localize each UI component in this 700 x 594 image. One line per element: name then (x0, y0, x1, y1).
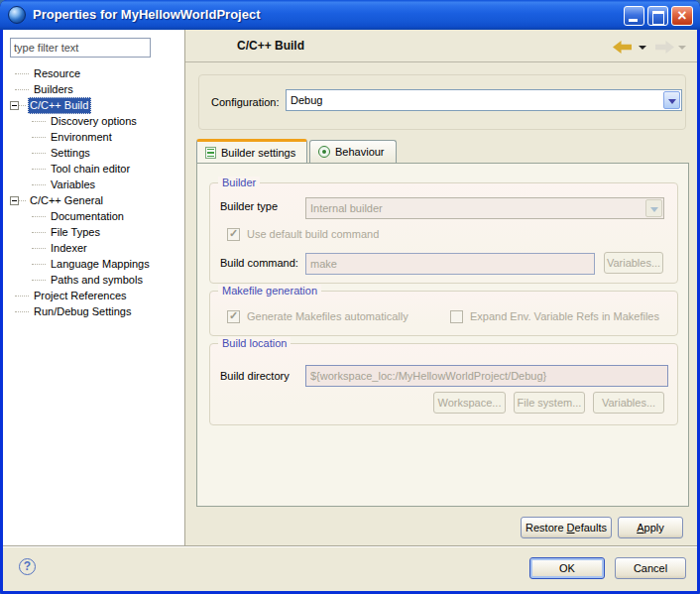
tree-connector (15, 73, 29, 74)
sidebar-item-resource[interactable]: Resource (3, 65, 184, 81)
configuration-combo[interactable]: Debug (286, 89, 682, 111)
sidebar-item-tool-chain-editor[interactable]: Tool chain editor (3, 161, 184, 177)
sidebar-item-label: Language Mappings (49, 256, 153, 273)
titlebar[interactable]: Properties for MyHellowWorldProject (0, 0, 700, 30)
maximize-button[interactable] (647, 6, 668, 26)
build-location-group-title: Build location (218, 337, 291, 350)
dialog-content: ResourceBuildersC/C++ BuildDiscovery opt… (3, 30, 697, 591)
restore-defaults-button[interactable]: Restore Defaults (521, 517, 612, 538)
chevron-down-icon[interactable] (663, 91, 680, 109)
tree-connector (19, 105, 26, 106)
sidebar-item-indexer[interactable]: Indexer (3, 240, 184, 256)
tab-label: Behaviour (335, 146, 385, 158)
tree-connector (32, 137, 46, 138)
collapse-icon[interactable] (10, 101, 19, 110)
build-directory-label: Build directory (220, 370, 290, 382)
window-title: Properties for MyHellowWorldProject (33, 0, 260, 30)
sidebar-item-c-c-general[interactable]: C/C++ General (3, 192, 184, 208)
configuration-value: Debug (291, 94, 659, 106)
sidebar-item-project-references[interactable]: Project References (3, 288, 184, 303)
tree-connector (15, 311, 29, 312)
cancel-button[interactable]: Cancel (615, 557, 686, 579)
build-directory-field: ${workspace_loc:/MyHellowWorldProject/De… (305, 365, 668, 387)
sidebar-item-label: Environment (49, 129, 115, 146)
builder-group-title: Builder (218, 177, 260, 189)
sidebar-item-label: C/C++ General (28, 192, 106, 209)
collapse-icon[interactable] (10, 196, 19, 205)
sidebar-item-discovery-options[interactable]: Discovery options (3, 113, 184, 129)
ok-button[interactable]: OK (529, 557, 605, 579)
use-default-build-command-label: Use default build command (247, 228, 379, 240)
sidebar: ResourceBuildersC/C++ BuildDiscovery opt… (3, 30, 185, 545)
apply-button[interactable]: Apply (618, 517, 683, 538)
use-default-build-command-checkbox (227, 228, 240, 241)
tab-label: Builder settings (221, 147, 295, 159)
build-command-label: Build command: (220, 257, 298, 269)
footer-separator (3, 545, 697, 547)
generate-makefiles-label: Generate Makefiles automatically (247, 310, 408, 322)
tree-connector (19, 200, 26, 201)
tree-connector (32, 169, 46, 170)
eclipse-app-icon (8, 6, 26, 24)
tree-connector (15, 89, 29, 90)
builder-type-label: Builder type (220, 200, 278, 212)
sidebar-item-paths-and-symbols[interactable]: Paths and symbols (3, 272, 184, 288)
configuration-group: Configuration: Debug (198, 74, 686, 130)
header-separator (185, 61, 697, 62)
sidebar-item-label: Resource (32, 65, 83, 82)
help-button[interactable]: ? (19, 558, 36, 575)
builder-group: Builder Builder type Internal builder Us… (209, 182, 678, 284)
builder-type-value: Internal builder (310, 202, 642, 214)
sidebar-item-run-debug-settings[interactable]: Run/Debug Settings (3, 303, 184, 319)
variables-button-location: Variables... (593, 392, 664, 414)
file-system-button: File system... (514, 392, 585, 414)
close-button[interactable] (671, 6, 693, 26)
sidebar-item-language-mappings[interactable]: Language Mappings (3, 256, 184, 272)
properties-dialog: Properties for MyHellowWorldProject Reso… (0, 0, 700, 594)
forward-dropdown-caret[interactable] (678, 46, 686, 50)
sidebar-item-label: Project References (32, 288, 130, 304)
build-location-group: Build location Build directory ${workspa… (209, 343, 678, 425)
sidebar-item-label: Tool chain editor (49, 161, 133, 178)
tree-connector (32, 280, 46, 281)
expand-env-refs-label: Expand Env. Variable Refs in Makefiles (470, 310, 659, 322)
variables-button: Variables... (604, 252, 663, 274)
sidebar-item-label: C/C++ Build (28, 97, 91, 114)
minimize-button[interactable] (624, 6, 644, 26)
makefile-group-title: Makefile generation (218, 285, 321, 297)
tab-builder-settings[interactable]: Builder settings (196, 139, 307, 163)
sidebar-item-file-types[interactable]: File Types (3, 224, 184, 240)
sidebar-item-builders[interactable]: Builders (3, 81, 184, 97)
sidebar-item-label: Documentation (49, 208, 127, 225)
sidebar-item-c-c-build[interactable]: C/C++ Build (3, 97, 184, 113)
sidebar-item-label: Discovery options (49, 113, 140, 130)
forward-icon[interactable] (655, 41, 674, 54)
sidebar-item-environment[interactable]: Environment (3, 129, 184, 145)
configuration-label: Configuration: (211, 96, 280, 108)
tree-connector (32, 153, 46, 154)
tree-connector (32, 248, 46, 249)
expand-env-refs-checkbox (450, 310, 463, 323)
tree-connector (32, 121, 46, 122)
generate-makefiles-checkbox (227, 310, 240, 323)
sidebar-item-label: Builders (32, 81, 76, 98)
back-dropdown-caret[interactable] (639, 46, 646, 50)
tree-connector (32, 216, 46, 217)
sidebar-item-documentation[interactable]: Documentation (3, 208, 184, 224)
sidebar-item-label: Settings (49, 145, 93, 162)
tab-behaviour[interactable]: Behaviour (309, 140, 397, 163)
sidebar-item-label: File Types (49, 224, 103, 241)
list-icon (205, 147, 216, 159)
page-title: C/C++ Build (237, 39, 304, 53)
sidebar-item-label: Paths and symbols (49, 272, 146, 289)
sidebar-item-variables[interactable]: Variables (3, 177, 184, 192)
tree-connector (32, 232, 46, 233)
back-icon[interactable] (613, 41, 632, 54)
filter-input[interactable] (10, 38, 151, 58)
tree-connector (32, 264, 46, 265)
sidebar-item-label: Run/Debug Settings (32, 303, 134, 320)
sidebar-item-label: Variables (49, 177, 98, 193)
builder-settings-panel: Builder Builder type Internal builder Us… (196, 163, 689, 507)
sidebar-item-settings[interactable]: Settings (3, 145, 184, 161)
properties-tree: ResourceBuildersC/C++ BuildDiscovery opt… (3, 65, 184, 319)
